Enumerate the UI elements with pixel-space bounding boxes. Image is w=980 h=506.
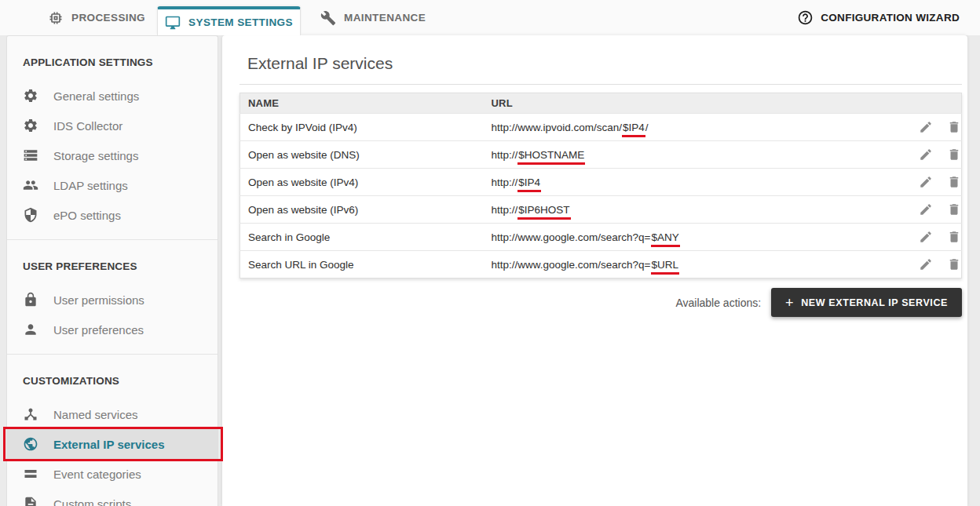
globe-icon: [23, 436, 38, 452]
sidebar-item-custom-scripts[interactable]: Custom scripts: [7, 489, 218, 506]
delete-button[interactable]: [947, 175, 961, 189]
configuration-wizard-label: CONFIGURATION WIZARD: [821, 12, 960, 24]
network-icon: [23, 406, 38, 422]
edit-button[interactable]: [919, 175, 933, 189]
available-actions-label: Available actions:: [675, 297, 761, 309]
wrench-icon: [320, 10, 336, 26]
sidebar-item-label: User preferences: [53, 323, 144, 337]
delete-button[interactable]: [947, 120, 961, 134]
edit-button[interactable]: [919, 257, 933, 271]
title-divider: [240, 84, 962, 85]
table-row: Open as website (IPv6) http://$IP6HOST: [240, 196, 962, 224]
service-name: Check by IPVoid (IPv4): [240, 114, 484, 141]
column-header-name: NAME: [240, 93, 484, 114]
sidebar-item-user-permissions[interactable]: User permissions: [7, 285, 218, 315]
tab-maintenance[interactable]: MAINTENANCE: [317, 0, 429, 35]
service-name: Search in Google: [240, 224, 484, 251]
sidebar-item-external-ip-services[interactable]: External IP services: [7, 429, 218, 459]
person-icon: [23, 322, 38, 337]
monitor-icon: [165, 15, 181, 31]
sidebar-item-ldap-settings[interactable]: LDAP settings: [7, 170, 218, 200]
tab-system-settings[interactable]: SYSTEM SETTINGS: [157, 6, 301, 35]
pencil-icon: [919, 120, 933, 134]
bars-icon: [23, 466, 38, 482]
edit-button[interactable]: [919, 147, 933, 162]
sidebar-item-user-preferences[interactable]: User preferences: [7, 315, 218, 344]
trash-icon: [947, 175, 961, 189]
trash-icon: [947, 230, 961, 244]
url-variable-annotated: $IP4: [517, 177, 541, 192]
delete-button[interactable]: [947, 147, 961, 162]
processing-icon: [48, 10, 64, 26]
service-url: http://$HOSTNAME: [484, 141, 901, 169]
gear-icon: [23, 118, 38, 133]
sidebar-item-label: User permissions: [53, 293, 144, 307]
external-ip-services-table: NAME URL Check by IPVoid (IPv4) http://w…: [240, 93, 962, 278]
url-variable-annotated: $URL: [651, 259, 680, 275]
column-header-actions: [901, 93, 962, 114]
tab-processing[interactable]: PROCESSING: [45, 0, 148, 35]
sidebar-item-general-settings[interactable]: General settings: [7, 81, 218, 111]
sidebar-item-label: External IP services: [53, 438, 165, 451]
available-actions-bar: Available actions: + NEW EXTERNAL IP SER…: [240, 288, 962, 317]
sidebar-item-label: Event categories: [53, 468, 141, 481]
new-external-ip-service-label: NEW EXTERNAL IP SERVICE: [801, 297, 948, 308]
sidebar-item-label: Named services: [53, 408, 138, 421]
shield-icon: [23, 207, 38, 223]
delete-button[interactable]: [947, 257, 961, 271]
new-external-ip-service-button[interactable]: + NEW EXTERNAL IP SERVICE: [771, 288, 962, 317]
url-variable-annotated: $HOSTNAME: [517, 149, 585, 165]
configuration-wizard-button[interactable]: CONFIGURATION WIZARD: [797, 0, 960, 35]
sidebar-item-event-categories[interactable]: Event categories: [7, 459, 218, 489]
trash-icon: [947, 120, 961, 134]
service-url: http://www.google.com/search?q=$URL: [484, 251, 901, 278]
settings-sidebar: APPLICATION SETTINGS General settings ID…: [6, 35, 218, 506]
service-url: http://www.ipvoid.com/scan/$IP4/: [484, 114, 901, 141]
table-row: Search in Google http://www.google.com/s…: [240, 224, 962, 251]
trash-icon: [947, 147, 961, 162]
sidebar-item-label: IDS Collector: [53, 119, 122, 133]
service-url: http://$IP6HOST: [484, 196, 901, 224]
delete-button[interactable]: [947, 230, 961, 244]
delete-button[interactable]: [947, 202, 961, 217]
document-icon: [23, 496, 38, 506]
table-row: Open as website (DNS) http://$HOSTNAME: [240, 141, 962, 169]
tab-processing-label: PROCESSING: [71, 12, 145, 24]
sidebar-item-label: Storage settings: [53, 149, 138, 162]
trash-icon: [947, 257, 961, 271]
service-name: Search URL in Google: [240, 251, 484, 278]
service-name: Open as website (DNS): [240, 141, 484, 169]
sidebar-item-label: ePO settings: [53, 209, 121, 222]
section-user-preferences: USER PREFERENCES User permissions User p…: [7, 239, 218, 354]
edit-button[interactable]: [919, 230, 933, 244]
table-header-row: NAME URL: [240, 93, 962, 114]
tab-strip: PROCESSING SYSTEM SETTINGS MAINTENANCE C…: [0, 0, 980, 35]
service-url: http://www.google.com/search?q=$ANY: [484, 224, 901, 251]
sidebar-item-named-services[interactable]: Named services: [7, 399, 218, 429]
url-variable-annotated: $ANY: [651, 231, 680, 247]
lock-icon: [23, 292, 38, 308]
sidebar-item-label: LDAP settings: [53, 179, 128, 192]
sidebar-item-ids-collector[interactable]: IDS Collector: [7, 111, 218, 140]
url-variable-annotated: $IP6HOST: [517, 204, 570, 220]
pencil-icon: [919, 175, 933, 189]
main-content-panel: External IP services NAME URL Check by I…: [222, 35, 967, 506]
tab-system-settings-label: SYSTEM SETTINGS: [188, 16, 293, 28]
gear-icon: [23, 88, 38, 104]
section-application-settings: APPLICATION SETTINGS General settings ID…: [7, 36, 218, 239]
pencil-icon: [919, 147, 933, 162]
table-row: Search URL in Google http://www.google.c…: [240, 251, 962, 278]
section-title: USER PREFERENCES: [7, 260, 218, 272]
page-title: External IP services: [247, 54, 962, 73]
table-row: Open as website (IPv4) http://$IP4: [240, 169, 962, 196]
storage-icon: [23, 147, 38, 163]
sidebar-item-label: Custom scripts: [53, 497, 131, 506]
column-header-url: URL: [484, 93, 901, 114]
sidebar-item-label: General settings: [53, 89, 139, 103]
sidebar-item-epo-settings[interactable]: ePO settings: [7, 200, 218, 230]
service-url: http://$IP4: [484, 169, 901, 196]
edit-button[interactable]: [919, 202, 933, 217]
sidebar-item-storage-settings[interactable]: Storage settings: [7, 140, 218, 170]
service-name: Open as website (IPv6): [240, 196, 484, 224]
edit-button[interactable]: [919, 120, 933, 134]
